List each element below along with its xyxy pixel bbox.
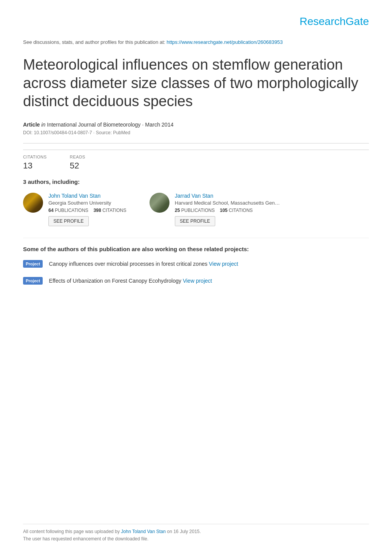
- author-card-1: John Toland Van Stan Georgia Southern Un…: [23, 193, 126, 226]
- doi-line: DOI: 10.1007/s00484-014-0807-7 · Source:…: [23, 130, 369, 135]
- author-cit-label-2: CITATIONS: [229, 208, 252, 213]
- project-badge-2: Project: [23, 277, 43, 285]
- article-title: Meteorological influences on stemflow ge…: [23, 56, 369, 111]
- project-view-link-1[interactable]: View project: [209, 261, 238, 267]
- project-description-1: Canopy influences over microbial process…: [49, 261, 207, 267]
- see-discussions-bar: See discussions, stats, and author profi…: [23, 39, 369, 45]
- author-stats-2: 25 PUBLICATIONS 105 CITATIONS: [175, 208, 280, 213]
- author-pub-label-1: PUBLICATIONS: [55, 208, 88, 213]
- author-pub-count-2: 25: [175, 208, 180, 213]
- researchgate-logo: ResearchGate: [299, 15, 369, 27]
- footer-author-link[interactable]: John Toland Van Stan: [121, 529, 166, 534]
- project-view-link-2[interactable]: View project: [183, 278, 212, 284]
- project-text-2: Effects of Urbanization on Forest Canopy…: [49, 278, 212, 284]
- author-pub-label-2: PUBLICATIONS: [181, 208, 215, 213]
- article-meta: Article in International Journal of Biom…: [23, 122, 369, 128]
- author-affiliation-2: Harvard Medical School, Massachusetts Ge…: [175, 200, 280, 206]
- journal-name: International Journal of Biometeorology: [47, 122, 141, 128]
- reads-label: READS: [70, 155, 85, 159]
- citations-label: CITATIONS: [23, 155, 47, 159]
- article-in-word: in: [41, 122, 47, 128]
- author-name-2[interactable]: Jarrad Van Stan: [175, 193, 280, 199]
- see-profile-btn-1[interactable]: SEE PROFILE: [48, 216, 89, 226]
- article-type: Article: [23, 122, 40, 128]
- authors-heading-suffix: , including:: [49, 178, 80, 185]
- project-item-1: Project Canopy influences over microbial…: [23, 260, 369, 268]
- footer-line-2: The user has requested enhancement of th…: [23, 536, 369, 542]
- authors-grid: John Toland Van Stan Georgia Southern Un…: [23, 193, 369, 226]
- author-avatar-2: [149, 193, 169, 213]
- citations-stat: CITATIONS 13: [23, 155, 47, 171]
- project-description-2: Effects of Urbanization on Forest Canopy…: [49, 278, 181, 284]
- footer-line-1: All content following this page was uplo…: [23, 529, 369, 534]
- authors-count: 3 authors: [23, 178, 49, 185]
- project-badge-1: Project: [23, 260, 43, 268]
- author-card-2: Jarrad Van Stan Harvard Medical School, …: [149, 193, 280, 226]
- see-profile-btn-2[interactable]: SEE PROFILE: [175, 216, 215, 226]
- author-cit-count-1: 398: [93, 208, 101, 213]
- author-avatar-1: [23, 193, 43, 213]
- stats-row: CITATIONS 13 READS 52: [23, 150, 369, 171]
- author-info-1: John Toland Van Stan Georgia Southern Un…: [48, 193, 126, 226]
- related-projects-heading: Some of the authors of this publication …: [23, 238, 369, 252]
- article-date: March 2014: [145, 122, 174, 128]
- author-stats-1: 64 PUBLICATIONS 398 CITATIONS: [48, 208, 126, 213]
- footer-upload-prefix: All content following this page was uplo…: [23, 529, 120, 534]
- project-text-1: Canopy influences over microbial process…: [49, 261, 238, 267]
- publication-url-link[interactable]: https://www.researchgate.net/publication…: [167, 39, 283, 45]
- reads-value: 52: [70, 161, 85, 171]
- header: ResearchGate: [23, 15, 369, 28]
- see-discussions-text: See discussions, stats, and author profi…: [23, 39, 165, 45]
- author-affiliation-1: Georgia Southern University: [48, 200, 126, 206]
- reads-stat: READS 52: [70, 155, 85, 171]
- footer-upload-suffix: on 16 July 2015.: [167, 529, 201, 534]
- footer: All content following this page was uplo…: [23, 524, 369, 543]
- article-separator: ·: [142, 122, 145, 128]
- author-cit-label-1: CITATIONS: [103, 208, 126, 213]
- stats-divider: [23, 143, 369, 143]
- project-item-2: Project Effects of Urbanization on Fores…: [23, 277, 369, 285]
- citations-value: 13: [23, 161, 47, 171]
- author-name-1[interactable]: John Toland Van Stan: [48, 193, 126, 199]
- author-pub-count-1: 64: [48, 208, 53, 213]
- author-cit-count-2: 105: [220, 208, 228, 213]
- authors-heading: 3 authors, including:: [23, 178, 369, 185]
- author-info-2: Jarrad Van Stan Harvard Medical School, …: [175, 193, 280, 226]
